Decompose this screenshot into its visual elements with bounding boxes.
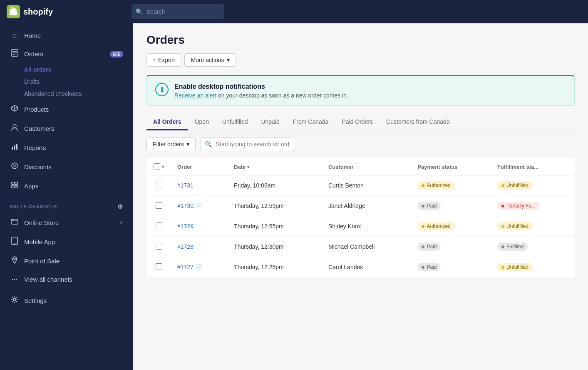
- date-col-label: Date: [234, 164, 246, 170]
- sidebar-item-home[interactable]: ⌂ Home: [3, 27, 130, 44]
- top-header: shopify 🔍: [0, 0, 588, 23]
- sidebar-label-mobile-app: Mobile App: [24, 238, 123, 245]
- sidebar-label-home: Home: [24, 32, 123, 39]
- sidebar-label-products: Products: [24, 106, 123, 113]
- sidebar-label-online-store: Online Store: [24, 219, 114, 226]
- th-checkbox: ▾: [147, 158, 171, 175]
- sidebar-item-apps[interactable]: Apps: [3, 177, 130, 195]
- sidebar-item-products[interactable]: Products: [3, 100, 130, 119]
- sidebar-item-settings[interactable]: Settings: [3, 291, 130, 310]
- more-actions-label: More actions: [191, 57, 224, 63]
- doc-icon: 📄: [195, 264, 202, 270]
- sidebar-subitem-drafts[interactable]: Drafts: [24, 76, 130, 88]
- search-orders-input[interactable]: [201, 137, 294, 151]
- sidebar-label-view-all: View all channels: [24, 276, 123, 283]
- tab-open[interactable]: Open: [188, 114, 216, 130]
- home-icon: ⌂: [10, 31, 19, 40]
- table-controls: Filter orders ▾ 🔍: [146, 137, 575, 151]
- discounts-icon: [10, 162, 19, 172]
- order-fulfillment-cell: Unfulfilled: [491, 257, 574, 278]
- more-actions-button[interactable]: More actions ▾: [184, 53, 236, 67]
- fulfillment-badge: Unfulfilled: [497, 263, 533, 271]
- date-sort[interactable]: Date ▾: [234, 164, 249, 170]
- fulfillment-badge: Fulfilled: [497, 242, 528, 251]
- sales-channels-label: SALES CHANNELS: [10, 204, 57, 209]
- notification-link[interactable]: Receive an alert: [174, 92, 216, 99]
- sidebar-item-orders[interactable]: Orders 655: [3, 45, 130, 63]
- order-payment-cell: Authorized: [411, 216, 491, 237]
- tab-unfulfilled[interactable]: Unfulfilled: [216, 114, 254, 130]
- sidebar-item-discounts[interactable]: Discounts: [3, 158, 130, 176]
- global-search-input[interactable]: [131, 4, 224, 19]
- sidebar-subitem-all-orders[interactable]: All orders: [24, 64, 130, 75]
- sidebar-subitem-abandoned-checkouts[interactable]: Abandoned checkouts: [24, 88, 130, 100]
- sidebar-item-point-of-sale[interactable]: Point of Sale: [3, 252, 130, 270]
- notification-banner: ℹ Enable desktop notifications Receive a…: [146, 75, 575, 106]
- row-checkbox[interactable]: [156, 202, 162, 209]
- row-checkbox-cell: [147, 257, 171, 278]
- row-checkbox-cell: [147, 175, 171, 196]
- svg-point-26: [13, 298, 16, 301]
- svg-rect-17: [12, 185, 14, 188]
- sidebar-item-reports[interactable]: Reports: [3, 138, 130, 157]
- order-number-cell: #1729: [171, 216, 227, 237]
- sidebar-item-customers[interactable]: Customers: [3, 119, 130, 138]
- order-date-cell: Friday, 10:06am: [227, 175, 322, 196]
- payment-badge: Paid: [417, 202, 441, 210]
- sidebar-label-reports: Reports: [24, 144, 123, 151]
- sidebar-label-discounts: Discounts: [24, 163, 123, 170]
- sidebar-label-apps: Apps: [24, 182, 123, 190]
- settings-icon: [10, 295, 19, 306]
- order-link[interactable]: #1729: [177, 223, 194, 230]
- table-row: #1730📄 Thursday, 12:59pm Janet Aldridge …: [147, 196, 575, 216]
- row-checkbox[interactable]: [156, 182, 162, 188]
- row-checkbox[interactable]: [156, 222, 162, 229]
- tab-from-canada[interactable]: From Canada: [286, 114, 335, 130]
- tab-paid-orders[interactable]: Paid Orders: [335, 114, 380, 130]
- svg-point-14: [15, 167, 16, 168]
- sidebar-item-mobile-app[interactable]: Mobile App: [3, 232, 130, 251]
- sidebar-item-online-store[interactable]: Online Store ↗: [3, 213, 130, 232]
- th-customer: Customer: [322, 158, 411, 175]
- payment-badge: Authorized: [417, 181, 454, 190]
- search-icon: 🔍: [136, 8, 143, 15]
- order-customer-cell: Curtis Benton: [322, 175, 411, 196]
- order-link[interactable]: #1731: [177, 182, 194, 189]
- order-link[interactable]: #1728: [177, 243, 194, 250]
- order-customer-cell: Carol Landes: [322, 257, 411, 278]
- table-row: #1728 Thursday, 12:30pm Michael Campbell…: [147, 237, 575, 257]
- row-checkbox[interactable]: [156, 243, 162, 250]
- order-customer-cell: Shirley Knox: [322, 216, 411, 237]
- row-checkbox[interactable]: [156, 263, 162, 270]
- external-link-icon[interactable]: ↗: [119, 220, 123, 226]
- table-row: #1729 Thursday, 12:55pm Shirley Knox Aut…: [147, 216, 575, 237]
- svg-point-24: [14, 243, 15, 244]
- th-date[interactable]: Date ▾: [227, 158, 322, 175]
- order-link[interactable]: #1727: [177, 264, 194, 270]
- products-icon: [10, 104, 19, 115]
- row-checkbox-cell: [147, 196, 171, 216]
- notification-icon: ℹ: [155, 83, 169, 96]
- fulfillment-badge: Partially Fu...: [497, 202, 540, 210]
- filter-label: Filter orders: [153, 141, 184, 148]
- orders-tabs: All Orders Open Unfulfilled Unpaid From …: [146, 114, 575, 130]
- svg-rect-8: [12, 147, 13, 150]
- tab-unpaid[interactable]: Unpaid: [254, 114, 286, 130]
- order-fulfillment-cell: Partially Fu...: [491, 196, 574, 216]
- order-fulfillment-cell: Unfulfilled: [491, 216, 574, 237]
- add-channel-icon[interactable]: ⊕: [117, 202, 123, 210]
- svg-rect-10: [16, 144, 17, 150]
- mobile-app-icon: [10, 237, 19, 247]
- checkbox-dropdown[interactable]: ▾: [162, 165, 164, 169]
- order-link[interactable]: #1730: [177, 202, 194, 209]
- sidebar-item-view-all-channels[interactable]: ··· View all channels: [3, 271, 130, 288]
- order-fulfillment-cell: Unfulfilled: [491, 175, 574, 196]
- tab-customers-canada[interactable]: Customers from Canada: [380, 114, 457, 130]
- tab-all-orders[interactable]: All Orders: [146, 114, 188, 130]
- order-payment-cell: Paid: [411, 257, 491, 278]
- export-button[interactable]: ↑ Export: [146, 53, 181, 67]
- filter-orders-button[interactable]: Filter orders ▾: [146, 137, 196, 151]
- notification-title: Enable desktop notifications: [174, 83, 348, 90]
- order-date-cell: Thursday, 12:55pm: [227, 216, 322, 237]
- select-all-checkbox[interactable]: [154, 163, 160, 170]
